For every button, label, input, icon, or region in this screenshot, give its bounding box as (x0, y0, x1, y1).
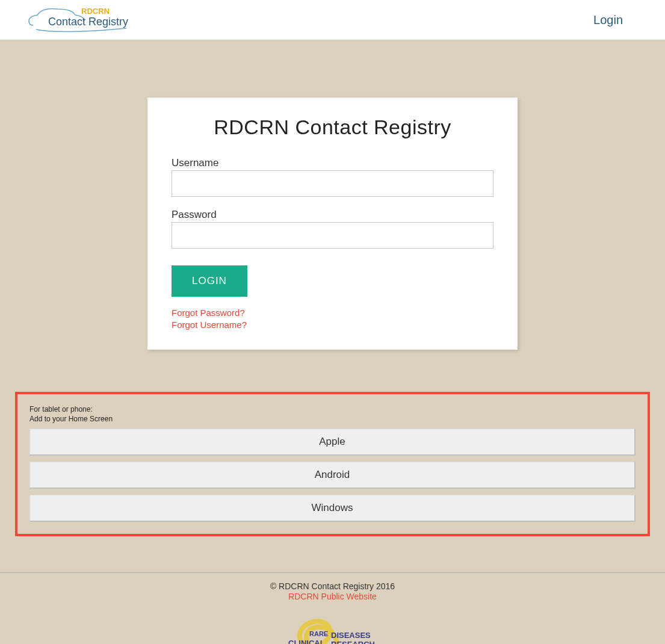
password-group: Password (172, 209, 493, 249)
footer: © RDCRN Contact Registry 2016 RDCRN Publ… (0, 572, 665, 644)
rdcrn-network-logo-icon: RARE DISEASES CLINICAL RESEARCH NETWORK (282, 614, 384, 644)
forgot-password-link[interactable]: Forgot Password? (172, 308, 493, 318)
svg-text:DISEASES: DISEASES (331, 631, 371, 640)
platform-windows-button[interactable]: Windows (29, 495, 636, 522)
footer-copyright: © RDCRN Contact Registry 2016 (12, 581, 653, 591)
username-input[interactable] (172, 170, 493, 197)
svg-text:RESEARCH: RESEARCH (331, 640, 375, 644)
main-content: RDCRN Contact Registry Username Password… (0, 40, 665, 374)
password-label: Password (172, 209, 493, 221)
login-button[interactable]: LOGIN (172, 265, 247, 297)
header-login-link[interactable]: Login (593, 13, 641, 27)
username-label: Username (172, 157, 493, 169)
header-bar: RDCRN Contact Registry Login (0, 0, 665, 40)
header-logo[interactable]: RDCRN Contact Registry (24, 5, 132, 35)
cloud-logo-icon: RDCRN Contact Registry (24, 4, 132, 36)
svg-text:RARE: RARE (309, 630, 328, 637)
svg-text:RDCRN: RDCRN (81, 7, 110, 16)
svg-text:CLINICAL: CLINICAL (288, 639, 325, 644)
svg-text:Contact Registry: Contact Registry (48, 16, 128, 28)
footer-public-link[interactable]: RDCRN Public Website (288, 592, 377, 601)
platform-android-button[interactable]: Android (29, 462, 636, 489)
login-title: RDCRN Contact Registry (172, 116, 493, 139)
footer-logo: RARE DISEASES CLINICAL RESEARCH NETWORK … (12, 614, 653, 644)
forgot-username-link[interactable]: Forgot Username? (172, 320, 493, 330)
homescreen-label: For tablet or phone: Add to your Home Sc… (29, 405, 636, 424)
platform-apple-button[interactable]: Apple (29, 429, 636, 456)
username-group: Username (172, 157, 493, 197)
homescreen-highlight-box: For tablet or phone: Add to your Home Sc… (15, 392, 650, 536)
login-card: RDCRN Contact Registry Username Password… (147, 98, 518, 350)
password-input[interactable] (172, 222, 493, 249)
